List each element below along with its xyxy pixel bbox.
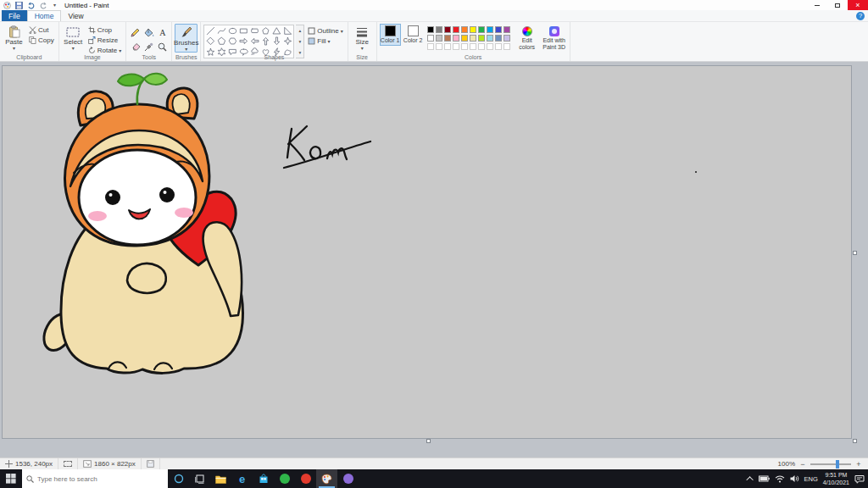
shape-curve-icon[interactable] xyxy=(216,25,227,36)
palette-custom-slot-5[interactable] xyxy=(470,43,476,50)
palette-color-r1-0[interactable] xyxy=(427,26,434,33)
shape-scroll-up-button[interactable]: ▴ xyxy=(296,25,303,36)
palette-color-r2-9[interactable] xyxy=(504,35,510,42)
shape-polygon-icon[interactable] xyxy=(260,25,271,36)
edge-button[interactable]: e xyxy=(231,469,253,488)
shape-rounded-rectangle-icon[interactable] xyxy=(249,25,260,36)
color1-button[interactable]: Color 1 xyxy=(380,24,401,46)
zoom-out-button[interactable]: − xyxy=(798,460,807,469)
palette-color-r1-5[interactable] xyxy=(470,26,476,33)
shape-up-arrow-icon[interactable] xyxy=(260,36,271,47)
zoom-in-button[interactable]: + xyxy=(854,460,863,469)
tab-home[interactable]: Home xyxy=(27,10,62,21)
palette-custom-slot-4[interactable] xyxy=(461,43,468,50)
palette-custom-slot-9[interactable] xyxy=(504,43,510,50)
close-button[interactable]: × xyxy=(848,0,868,10)
resize-button[interactable]: Resize xyxy=(86,36,124,45)
shape-right-arrow-icon[interactable] xyxy=(238,36,249,47)
edit-with-paint3d-button[interactable]: Edit with Paint 3D xyxy=(542,24,567,50)
palette-custom-slot-6[interactable] xyxy=(478,43,485,50)
shape-right-triangle-icon[interactable] xyxy=(282,25,293,36)
canvas-resize-handle-bottom[interactable] xyxy=(426,439,431,443)
magnifier-tool-button[interactable] xyxy=(156,40,169,53)
shape-rectangle-icon[interactable] xyxy=(238,25,249,36)
copy-button[interactable]: Copy xyxy=(27,36,56,45)
redo-icon[interactable] xyxy=(38,1,47,9)
palette-color-r1-3[interactable] xyxy=(453,26,459,33)
brushes-button[interactable]: Brushes ▾ xyxy=(175,24,198,53)
paint-taskbar-button[interactable] xyxy=(316,469,337,488)
maximize-button[interactable] xyxy=(827,0,848,10)
shape-oval-icon[interactable] xyxy=(227,25,238,36)
eraser-tool-button[interactable] xyxy=(129,40,142,53)
palette-color-r1-7[interactable] xyxy=(487,26,493,33)
canvas-resize-handle-right[interactable] xyxy=(853,251,857,255)
palette-color-r2-5[interactable] xyxy=(470,35,476,42)
help-button[interactable]: ? xyxy=(856,12,865,20)
minimize-button[interactable] xyxy=(807,0,827,10)
shape-left-arrow-icon[interactable] xyxy=(249,36,260,47)
palette-color-r1-6[interactable] xyxy=(478,26,485,33)
canvas-resize-handle-corner[interactable] xyxy=(853,439,857,443)
text-tool-button[interactable]: A xyxy=(156,25,169,39)
size-button[interactable]: Size ▾ xyxy=(351,24,374,51)
task-view-button[interactable] xyxy=(189,469,210,488)
palette-custom-slot-8[interactable] xyxy=(495,43,502,50)
shape-fill-button[interactable]: Fill ▾ xyxy=(306,36,344,46)
crop-button[interactable]: Crop xyxy=(86,25,124,35)
store-button[interactable] xyxy=(253,469,274,488)
palette-custom-slot-3[interactable] xyxy=(453,43,459,50)
undo-icon[interactable] xyxy=(26,1,36,9)
search-input[interactable] xyxy=(37,475,156,483)
palette-color-r2-0[interactable] xyxy=(427,35,434,42)
tray-chevron-up-icon[interactable] xyxy=(746,476,753,483)
palette-color-r1-4[interactable] xyxy=(461,26,468,33)
fill-tool-button[interactable] xyxy=(142,25,155,39)
purple-app-button[interactable] xyxy=(337,469,359,488)
shape-hexagon-icon[interactable] xyxy=(227,36,238,47)
shape-down-arrow-icon[interactable] xyxy=(271,36,282,47)
shape-pentagon-icon[interactable] xyxy=(216,36,227,47)
paste-button[interactable]: Paste ▾ xyxy=(3,24,25,51)
palette-custom-slot-0[interactable] xyxy=(427,43,434,50)
palette-color-r2-2[interactable] xyxy=(444,35,451,42)
palette-color-r2-8[interactable] xyxy=(495,35,502,42)
language-indicator[interactable]: ENG xyxy=(804,475,818,483)
taskbar-search[interactable] xyxy=(22,469,168,488)
tab-file[interactable]: File xyxy=(2,10,27,21)
notification-center-icon[interactable] xyxy=(854,474,865,484)
palette-color-r1-8[interactable] xyxy=(495,26,502,33)
tab-view[interactable]: View xyxy=(61,10,90,21)
palette-custom-slot-7[interactable] xyxy=(487,43,493,50)
palette-color-r2-3[interactable] xyxy=(453,35,459,42)
palette-color-r2-6[interactable] xyxy=(478,35,485,42)
pencil-tool-button[interactable] xyxy=(129,25,142,39)
palette-color-r1-9[interactable] xyxy=(504,26,510,33)
volume-icon[interactable] xyxy=(790,474,799,483)
palette-color-r1-1[interactable] xyxy=(436,26,442,33)
palette-color-r2-1[interactable] xyxy=(436,35,442,42)
red-app-button[interactable] xyxy=(295,469,316,488)
shape-line-icon[interactable] xyxy=(205,25,216,36)
zoom-slider[interactable] xyxy=(810,463,851,465)
cut-button[interactable]: Cut xyxy=(27,25,56,35)
edit-colors-button[interactable]: Edit colors xyxy=(515,24,540,50)
paint-canvas[interactable]: Kom Kom xyxy=(3,66,851,438)
select-button[interactable]: Select ▾ xyxy=(62,24,85,51)
palette-color-r2-4[interactable] xyxy=(461,35,468,42)
shape-outline-button[interactable]: Outline ▾ xyxy=(306,26,344,36)
color-picker-tool-button[interactable] xyxy=(142,40,155,53)
palette-color-r2-7[interactable] xyxy=(487,35,493,42)
shape-scroll-down-button[interactable]: ▾ xyxy=(296,36,303,47)
palette-color-r1-2[interactable] xyxy=(444,26,451,33)
cortana-button[interactable] xyxy=(168,469,189,488)
taskbar-clock[interactable]: 9:51 PM 4/10/2021 xyxy=(823,471,849,486)
palette-custom-slot-2[interactable] xyxy=(444,43,451,50)
color2-button[interactable]: Color 2 xyxy=(403,24,424,46)
wifi-icon[interactable] xyxy=(775,475,785,483)
shape-diamond-icon[interactable] xyxy=(205,36,216,47)
qat-customize-icon[interactable]: ▾ xyxy=(50,1,59,9)
shape-four-point-star-icon[interactable] xyxy=(282,36,293,47)
save-icon[interactable] xyxy=(14,1,24,9)
start-button[interactable] xyxy=(0,469,22,488)
